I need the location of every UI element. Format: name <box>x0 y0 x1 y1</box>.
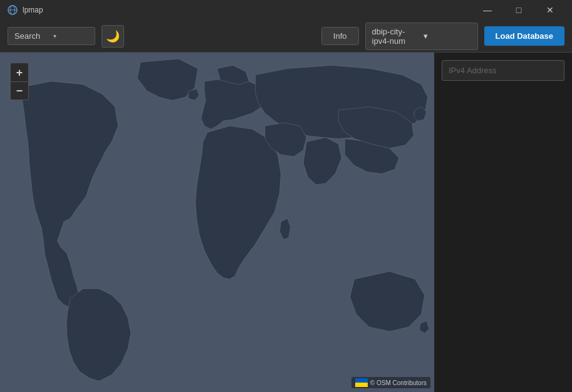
title-bar: lpmap — □ ✕ <box>0 0 572 20</box>
zoom-controls: + − <box>10 63 29 100</box>
ipv4-address-input[interactable] <box>442 60 564 81</box>
window-controls: — □ ✕ <box>473 0 564 20</box>
chevron-down-icon: ▾ <box>53 33 88 39</box>
load-database-button[interactable]: Load Database <box>484 26 564 46</box>
title-left: lpmap <box>8 5 43 15</box>
night-mode-button[interactable]: 🌙 <box>101 25 124 48</box>
info-button[interactable]: Info <box>321 27 359 45</box>
map-area[interactable]: + − © OSM Contributors <box>0 53 434 392</box>
db-selected-label: dbip-city-ipv4-num <box>372 27 420 46</box>
main-area: + − © OSM Contributors <box>0 53 572 392</box>
ukraine-flag-icon <box>355 378 368 387</box>
zoom-out-button[interactable]: − <box>10 81 29 100</box>
search-dropdown[interactable]: Search ▾ <box>8 27 95 45</box>
search-label: Search <box>14 31 49 41</box>
chevron-down-icon: ▾ <box>424 31 471 41</box>
close-button[interactable]: ✕ <box>536 0 564 20</box>
app-icon <box>8 5 18 15</box>
title-text: lpmap <box>23 6 43 14</box>
zoom-in-button[interactable]: + <box>10 63 29 81</box>
minimize-button[interactable]: — <box>473 0 502 20</box>
world-map <box>0 53 434 392</box>
osm-attribution: © OSM Contributors <box>351 377 430 388</box>
osm-text: © OSM Contributors <box>370 379 427 386</box>
right-panel <box>434 53 572 392</box>
moon-icon: 🌙 <box>106 29 120 43</box>
toolbar: Search ▾ 🌙 Info dbip-city-ipv4-num ▾ Loa… <box>0 20 572 53</box>
maximize-button[interactable]: □ <box>504 0 533 20</box>
database-dropdown[interactable]: dbip-city-ipv4-num ▾ <box>365 23 478 50</box>
